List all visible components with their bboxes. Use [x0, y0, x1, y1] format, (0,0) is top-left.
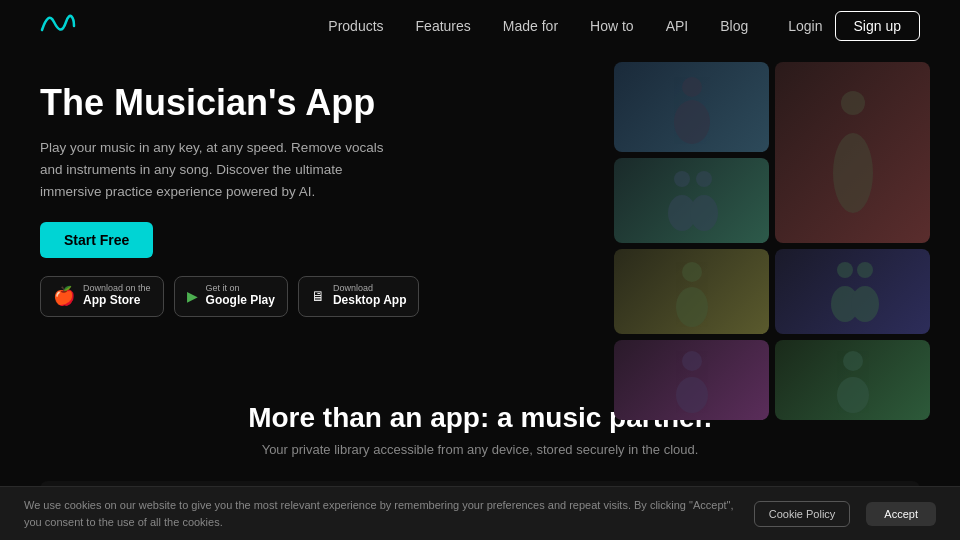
signup-button[interactable]: Sign up — [835, 11, 920, 41]
svg-point-13 — [851, 286, 879, 322]
cookie-banner: We use cookies on our website to give yo… — [0, 486, 960, 540]
photo-overlay-7 — [775, 340, 930, 420]
nav-features[interactable]: Features — [416, 18, 471, 34]
appstore-sub: Download on the — [83, 284, 151, 293]
logo — [40, 12, 76, 40]
apple-icon: 🍎 — [53, 285, 75, 307]
nav-products[interactable]: Products — [328, 18, 383, 34]
svg-point-10 — [837, 262, 853, 278]
hero-photo-grid — [520, 62, 920, 382]
svg-point-4 — [674, 171, 690, 187]
photo-dark-musician — [775, 62, 930, 243]
photo-overlay-2 — [775, 62, 930, 243]
second-subtitle: Your private library accessible from any… — [40, 442, 920, 457]
navbar: Products Features Made for How to API Bl… — [0, 0, 960, 52]
nav-links: Products Features Made for How to API Bl… — [328, 17, 748, 35]
desktop-button[interactable]: 🖥 Download Desktop App — [298, 276, 420, 317]
svg-point-15 — [676, 377, 708, 413]
appstore-main: App Store — [83, 293, 151, 309]
svg-point-14 — [682, 351, 702, 371]
googleplay-sub: Get it on — [206, 284, 275, 293]
nav-auth: Login Sign up — [788, 11, 920, 41]
store-buttons: 🍎 Download on the App Store ▶ Get it on … — [40, 276, 500, 317]
nav-how-to[interactable]: How to — [590, 18, 634, 34]
svg-point-11 — [857, 262, 873, 278]
photo-guitar-duo — [775, 249, 930, 334]
svg-point-9 — [676, 287, 708, 327]
cookie-policy-button[interactable]: Cookie Policy — [754, 501, 851, 527]
svg-point-1 — [674, 100, 710, 144]
googleplay-text: Get it on Google Play — [206, 284, 275, 309]
photo-overlay-3 — [614, 158, 769, 243]
photo-studio — [614, 158, 769, 243]
photo-overlay-1 — [614, 62, 769, 152]
svg-point-7 — [690, 195, 718, 231]
nav-api[interactable]: API — [666, 18, 689, 34]
svg-point-5 — [696, 171, 712, 187]
photo-overlay-4 — [614, 249, 769, 334]
svg-point-2 — [841, 91, 865, 115]
svg-point-8 — [682, 262, 702, 282]
desktop-main: Desktop App — [333, 293, 407, 309]
photo-guitar-solo — [614, 249, 769, 334]
hero-content: The Musician's App Play your music in an… — [40, 62, 500, 382]
svg-point-17 — [837, 377, 869, 413]
googleplay-icon: ▶ — [187, 288, 198, 304]
hero-title: The Musician's App — [40, 82, 500, 123]
svg-point-0 — [682, 77, 702, 97]
photo-grid — [614, 62, 930, 420]
photo-overlay-6 — [614, 340, 769, 420]
nav-blog[interactable]: Blog — [720, 18, 748, 34]
desktop-icon: 🖥 — [311, 288, 325, 304]
start-free-button[interactable]: Start Free — [40, 222, 153, 258]
login-button[interactable]: Login — [788, 18, 822, 34]
photo-overlay-5 — [775, 249, 930, 334]
hero-section: The Musician's App Play your music in an… — [0, 52, 960, 382]
appstore-button[interactable]: 🍎 Download on the App Store — [40, 276, 164, 317]
photo-last — [775, 340, 930, 420]
photo-headphones — [614, 62, 769, 152]
svg-point-16 — [843, 351, 863, 371]
appstore-text: Download on the App Store — [83, 284, 151, 309]
hero-description: Play your music in any key, at any speed… — [40, 137, 400, 202]
nav-made-for[interactable]: Made for — [503, 18, 558, 34]
desktop-text: Download Desktop App — [333, 284, 407, 309]
googleplay-button[interactable]: ▶ Get it on Google Play — [174, 276, 288, 317]
svg-point-3 — [833, 133, 873, 213]
accept-button[interactable]: Accept — [866, 502, 936, 526]
desktop-sub: Download — [333, 284, 407, 293]
cookie-text: We use cookies on our website to give yo… — [24, 497, 738, 530]
googleplay-main: Google Play — [206, 293, 275, 309]
photo-mic — [614, 340, 769, 420]
